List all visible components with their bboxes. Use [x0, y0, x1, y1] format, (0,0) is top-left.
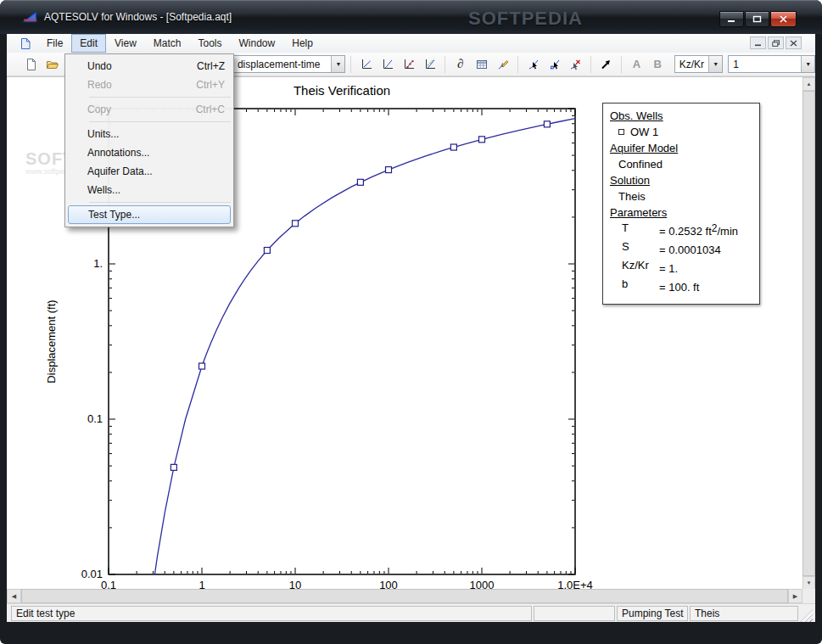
parameter-name: S	[622, 240, 659, 257]
obs-wells-heading: Obs. Wells	[603, 108, 759, 124]
scroll-right-icon[interactable]: ▶	[788, 589, 802, 603]
horizontal-scroll-thumb[interactable]	[21, 589, 788, 603]
statusbar: Edit test type Pumping Test Theis	[7, 603, 815, 622]
close-button[interactable]	[770, 11, 797, 27]
anisotropy-value-select[interactable]: 1 ▼	[728, 55, 815, 73]
menu-view[interactable]: View	[106, 34, 145, 53]
resize-grip[interactable]	[800, 609, 813, 622]
minimize-button[interactable]	[719, 11, 744, 27]
visual-match-icon	[527, 58, 540, 71]
menubar: File Edit View Match Tools Window Help	[7, 34, 815, 53]
minimize-icon	[727, 15, 736, 23]
font-b-button: B	[648, 54, 668, 74]
parameter-row: Kz/Kr = 1.	[603, 258, 759, 277]
visual-match-button[interactable]	[523, 54, 543, 74]
solution-value: Theis	[603, 188, 759, 204]
automatic-match-button[interactable]	[596, 54, 616, 74]
derivative-button[interactable]: ∂	[450, 54, 470, 74]
svg-text:0.01: 0.01	[81, 568, 103, 580]
mdi-close-icon	[790, 40, 797, 47]
kzkr-select[interactable]: Kz/Kr ▼	[674, 55, 723, 73]
linear-plot-icon	[360, 58, 373, 71]
menu-file[interactable]: File	[38, 34, 71, 53]
log-plot-icon	[381, 58, 394, 71]
menu-edit[interactable]: Edit	[71, 34, 106, 53]
anisotropy-value: 1	[729, 59, 801, 70]
data-grid-button[interactable]	[472, 54, 491, 74]
parameter-name: T	[622, 221, 659, 238]
menu-item-test-type[interactable]: Test Type...	[68, 205, 231, 224]
menu-match[interactable]: Match	[145, 34, 190, 53]
scroll-down-icon[interactable]: ▼	[802, 576, 815, 590]
vertical-scroll-thumb[interactable]	[802, 91, 815, 576]
status-panel-test-type: Pumping Test	[617, 606, 688, 621]
softpedia-watermark: SOFTPEDIA	[468, 8, 583, 30]
pencil-curve-icon	[496, 58, 510, 71]
menu-help[interactable]: Help	[283, 34, 322, 53]
status-panel-blank	[534, 606, 615, 621]
automatic-match-icon	[599, 58, 612, 71]
window-controls	[719, 11, 797, 27]
deactivate-match-button[interactable]	[566, 54, 585, 74]
vertical-scrollbar[interactable]: ▲ ▼	[802, 77, 815, 590]
menu-window[interactable]: Window	[231, 34, 284, 53]
mdi-window-controls	[750, 36, 802, 49]
toolbar-separator	[590, 56, 591, 73]
deactivate-match-icon	[568, 58, 582, 71]
match-point-icon	[548, 58, 562, 71]
maximize-button[interactable]	[745, 11, 769, 27]
menu-item-units[interactable]: Units...	[65, 125, 233, 143]
parameters-heading: Parameters	[603, 204, 759, 221]
svg-text:Displacement (ft): Displacement (ft)	[45, 300, 58, 383]
status-message: Edit test type	[11, 606, 532, 621]
data-plot-button[interactable]	[399, 54, 418, 74]
new-file-icon	[25, 58, 38, 71]
document-icon[interactable]	[20, 37, 31, 50]
open-folder-icon	[46, 58, 59, 71]
menu-item-wells[interactable]: Wells...	[65, 181, 233, 199]
chevron-down-icon[interactable]: ▼	[801, 56, 814, 72]
menu-item-annotations[interactable]: Annotations...	[65, 143, 233, 162]
linear-plot-button[interactable]	[356, 54, 376, 74]
horizontal-scrollbar[interactable]: ◀ ▶	[7, 589, 802, 603]
mdi-restore-button[interactable]	[768, 36, 784, 49]
titlebar[interactable]: AQTESOLV for Windows - [Softpedia.aqt] S…	[0, 0, 822, 34]
app-window: AQTESOLV for Windows - [Softpedia.aqt] S…	[0, 0, 822, 644]
plot-type-value: displacement-time	[233, 59, 331, 70]
close-icon	[779, 15, 788, 23]
mdi-minimize-button[interactable]	[750, 36, 766, 49]
chevron-down-icon[interactable]: ▼	[708, 56, 722, 72]
data-plot-icon	[402, 58, 416, 71]
menu-item-undo[interactable]: Undo Ctrl+Z	[65, 57, 233, 76]
plot-type-select[interactable]: displacement-time ▼	[232, 55, 345, 73]
app-icon[interactable]	[22, 10, 37, 24]
match-point-button[interactable]	[545, 54, 564, 74]
new-file-button[interactable]	[22, 54, 42, 74]
mdi-close-button[interactable]	[786, 36, 802, 49]
svg-text:Theis Verification: Theis Verification	[294, 83, 390, 98]
results-panel: Obs. Wells OW 1 Aquifer Model Confined S…	[602, 103, 760, 305]
parameter-row: T = 0.2532 ft2/min	[603, 221, 759, 239]
log-plot-button[interactable]	[377, 54, 397, 74]
open-file-button[interactable]	[43, 54, 63, 74]
menu-tools[interactable]: Tools	[190, 34, 231, 53]
family-curves-button[interactable]	[420, 54, 439, 74]
toolbar-separator	[621, 56, 622, 73]
menu-item-aquifer-data[interactable]: Aquifer Data...	[65, 162, 233, 181]
mdi-restore-icon	[772, 40, 780, 47]
menu-separator	[89, 121, 231, 122]
menu-item-redo: Redo Ctrl+Y	[65, 76, 233, 94]
parameter-name: b	[622, 277, 659, 294]
edit-curve-button[interactable]	[493, 54, 512, 74]
toolbar-separator	[350, 56, 351, 73]
mdi-minimize-icon	[754, 40, 762, 47]
scroll-left-icon[interactable]: ◀	[7, 589, 21, 603]
svg-text:0.1: 0.1	[87, 412, 103, 425]
solution-heading: Solution	[603, 172, 759, 188]
scroll-up-icon[interactable]: ▲	[802, 77, 815, 91]
chevron-down-icon[interactable]: ▼	[331, 56, 344, 72]
shortcut-label: Ctrl+C	[184, 104, 225, 115]
menu-separator	[89, 202, 231, 203]
parameter-value: = 1.	[659, 259, 678, 276]
window-title: AQTESOLV for Windows - [Softpedia.aqt]	[44, 11, 232, 23]
